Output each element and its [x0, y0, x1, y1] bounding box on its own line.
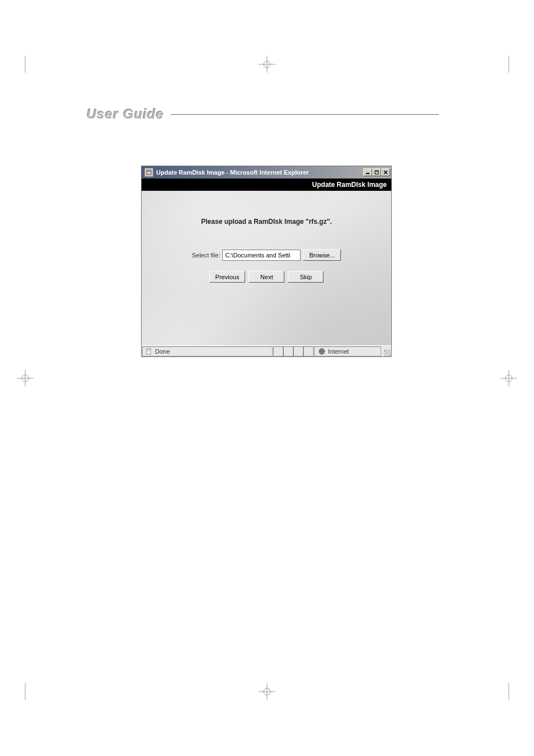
svg-point-0: [264, 61, 270, 68]
close-button[interactable]: [381, 168, 390, 176]
resize-grip[interactable]: [382, 346, 391, 356]
maximize-button[interactable]: [372, 168, 381, 176]
status-cell: [293, 346, 303, 356]
file-row: Select file: Browse...: [153, 249, 380, 261]
skip-button[interactable]: Skip: [288, 271, 324, 283]
svg-point-3: [264, 688, 270, 695]
header-line: [171, 114, 439, 115]
security-zone: Internet: [314, 346, 381, 356]
status-text: Done: [155, 348, 170, 355]
svg-point-9: [505, 375, 512, 382]
status-cell: [303, 346, 313, 356]
next-button[interactable]: Next: [249, 271, 284, 283]
content-body: Please upload a RamDIsk Image "rfs.gz". …: [142, 191, 391, 346]
titlebar-controls: [363, 168, 390, 176]
status-cell: [283, 346, 293, 356]
status-cell: [273, 346, 283, 356]
window-title: Update RamDisk Image - Microsoft Interne…: [155, 169, 363, 176]
page-title: User Guide: [87, 106, 164, 122]
status-left: Done: [142, 346, 273, 356]
browse-button[interactable]: Browse...: [303, 249, 341, 261]
statusbar: Done Internet: [142, 345, 391, 356]
minimize-button[interactable]: [363, 168, 372, 176]
file-input[interactable]: [222, 250, 301, 261]
ie-icon: [144, 168, 153, 177]
button-row: Previous Next Skip: [153, 271, 380, 283]
file-label: Select file:: [192, 252, 221, 259]
zone-text: Internet: [328, 348, 349, 355]
browser-window: Update RamDisk Image - Microsoft Interne…: [141, 166, 392, 357]
status-cells: [273, 346, 313, 357]
document-icon: [145, 348, 153, 355]
upload-prompt: Please upload a RamDIsk Image "rfs.gz".: [153, 218, 380, 226]
page-header: User Guide: [87, 106, 439, 122]
titlebar[interactable]: Update RamDisk Image - Microsoft Interne…: [142, 166, 391, 179]
content-header: Update RamDIsk Image: [142, 179, 391, 191]
svg-point-6: [22, 375, 29, 382]
previous-button[interactable]: Previous: [209, 271, 246, 283]
internet-zone-icon: [318, 348, 326, 355]
